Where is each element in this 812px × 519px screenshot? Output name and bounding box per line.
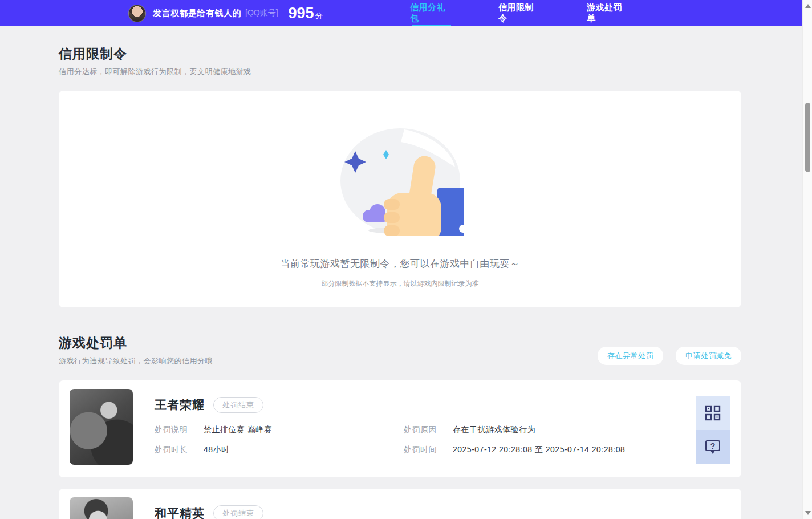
page-body: 信用限制令 信用分达标，即可解除游戏行为限制，要文明健康地游戏 xyxy=(0,26,812,519)
penalty-subtitle: 游戏行为违规导致处罚，会影响您的信用分哦 xyxy=(59,356,213,366)
penalty-relief-button[interactable]: 申请处罚减免 xyxy=(676,347,741,365)
penalty-card-wzry: 王者荣耀 处罚结束 处罚说明 禁止排位赛 巅峰赛 处罚原因 存在干扰游戏体验行为 xyxy=(59,380,741,477)
scrollbar-thumb[interactable] xyxy=(805,103,810,172)
help-bubble-icon: ? xyxy=(704,438,722,456)
restriction-subtitle: 信用分达标，即可解除游戏行为限制，要文明健康地游戏 xyxy=(59,67,741,77)
scroll-down-arrow[interactable] xyxy=(805,511,811,515)
tab-penalty-list[interactable]: 游戏处罚单 xyxy=(587,0,630,26)
status-badge: 处罚结束 xyxy=(213,505,263,519)
game-name: 王者荣耀 xyxy=(155,397,205,413)
game-thumbnail-wzry xyxy=(70,389,133,465)
field-penalty-time: 处罚时间 2025-07-12 20:28:08 至 2025-07-14 20… xyxy=(404,445,696,455)
penalty-fields: 处罚说明 禁止排位赛 巅峰赛 处罚原因 存在干扰游戏体验行为 处罚时长 48小时 xyxy=(155,425,696,455)
field-penalty-duration: 处罚时长 48小时 xyxy=(155,445,404,455)
help-button[interactable]: ? xyxy=(696,430,730,464)
qr-code-button[interactable] xyxy=(696,396,730,430)
penalty-card-hpjy: 和平精英 处罚结束 xyxy=(59,489,741,519)
tab-restriction-order[interactable]: 信用限制令 xyxy=(498,0,542,26)
penalty-title: 游戏处罚单 xyxy=(59,334,213,352)
penalty-heading: 游戏处罚单 游戏行为违规导致处罚，会影响您的信用分哦 xyxy=(59,334,213,366)
empty-state-note: 部分限制数据不支持显示，请以游戏内限制记录为准 xyxy=(322,279,479,289)
restriction-empty-card: 当前常玩游戏暂无限制令，您可以在游戏中自由玩耍～ 部分限制数据不支持显示，请以游… xyxy=(59,91,741,307)
header-bar: 发言权都是给有钱人的 [QQ账号] 995 分 信用分礼包 信用限制令 游戏处罚… xyxy=(0,0,812,26)
thumbs-up-illustration xyxy=(337,126,464,236)
account-type-label: [QQ账号] xyxy=(245,8,278,18)
penalty-actions: 存在异常处罚 申请处罚减免 xyxy=(598,347,741,366)
credit-score-value: 995 xyxy=(289,5,314,22)
credit-score-unit: 分 xyxy=(315,11,323,21)
svg-text:?: ? xyxy=(710,441,716,451)
status-badge: 处罚结束 xyxy=(213,397,263,413)
game-thumbnail-hpjy xyxy=(70,497,133,519)
header-tabs: 信用分礼包 信用限制令 游戏处罚单 xyxy=(410,0,630,26)
empty-state-message: 当前常玩游戏暂无限制令，您可以在游戏中自由玩耍～ xyxy=(281,257,520,270)
vertical-scrollbar[interactable] xyxy=(802,0,812,519)
qr-code-icon xyxy=(704,404,721,421)
penalty-section: 游戏处罚单 游戏行为违规导致处罚，会影响您的信用分哦 存在异常处罚 申请处罚减免… xyxy=(59,334,741,519)
avatar[interactable] xyxy=(128,5,146,22)
restriction-title: 信用限制令 xyxy=(59,45,741,63)
restriction-section: 信用限制令 信用分达标，即可解除游戏行为限制，要文明健康地游戏 xyxy=(59,26,741,307)
tab-credit-gift[interactable]: 信用分礼包 xyxy=(410,0,453,26)
field-penalty-reason: 处罚原因 存在干扰游戏体验行为 xyxy=(404,425,696,435)
user-strip: 发言权都是给有钱人的 [QQ账号] 995 分 xyxy=(128,0,323,26)
credit-score: 995 分 xyxy=(289,5,323,22)
scroll-up-arrow[interactable] xyxy=(805,4,811,8)
game-name: 和平精英 xyxy=(155,505,205,519)
field-penalty-desc: 处罚说明 禁止排位赛 巅峰赛 xyxy=(155,425,404,435)
user-nickname: 发言权都是给有钱人的 xyxy=(153,8,241,19)
abnormal-penalty-button[interactable]: 存在异常处罚 xyxy=(598,347,663,365)
